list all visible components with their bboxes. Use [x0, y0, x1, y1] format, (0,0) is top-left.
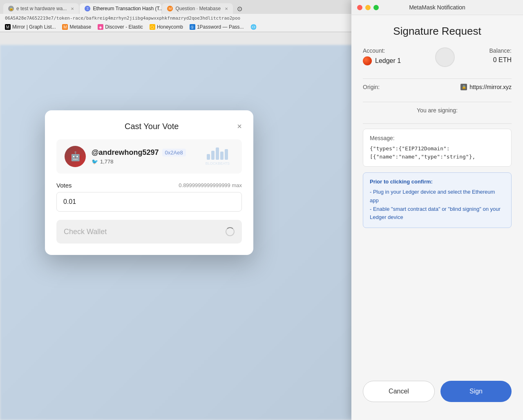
tab-2-label: Ethereum Transaction Hash (T...	[93, 6, 161, 11]
close-window-button[interactable]	[357, 5, 362, 10]
action-buttons: Cancel Sign	[363, 381, 512, 410]
origin-label: Origin:	[363, 84, 380, 90]
github-icon: ⊙	[237, 5, 242, 13]
tab-1-label: e test w hardware wa...	[16, 6, 67, 11]
divider-2	[363, 102, 512, 102]
message-label: Message:	[370, 135, 505, 141]
origin-security-icon: 🔒	[460, 84, 467, 90]
ledger-icon	[363, 56, 372, 65]
maximize-window-button[interactable]	[373, 5, 379, 10]
bookmark-1password[interactable]: ① 1Password — Pass...	[190, 24, 244, 30]
notice-title: Prior to clicking confirm:	[370, 179, 505, 185]
divider-3	[363, 123, 512, 124]
tab-2[interactable]: Ξ Ethereum Transaction Hash (T... ✕	[80, 3, 161, 14]
sign-button[interactable]: Sign	[440, 381, 512, 402]
balance-label: Balance:	[489, 47, 512, 54]
address-bar-text: 06A5A28e7A652219e7/token-race/bafkreig4m…	[5, 16, 240, 21]
notice-item-2: - Enable "smart contract data" or "blind…	[370, 205, 505, 222]
candidate-name-row: @andrewhong5297 0x2Ae8	[92, 148, 234, 157]
loading-spinner	[226, 227, 235, 236]
tab-3-label: Question · Metabase	[175, 6, 221, 11]
notice-box: Prior to clicking confirm: - Plug in you…	[363, 172, 512, 228]
message-box: Message: {"types":{"EIP712Domain": [{"na…	[363, 129, 512, 167]
twitter-icon: 🐦	[92, 159, 98, 165]
origin-row: Origin: 🔒 https://mirror.xyz	[363, 84, 512, 90]
cancel-button[interactable]: Cancel	[363, 381, 435, 402]
account-balance-row: Account: Ledger 1 Balance: 0 ETH	[363, 47, 512, 67]
candidate-card: 🤖 @andrewhong5297 0x2Ae8 🐦 1,778 BLOCKBE…	[56, 139, 242, 174]
signature-request-title: Signature Request	[363, 25, 512, 38]
metamask-window-title: MetaMask Notification	[409, 4, 465, 11]
bookmark-metabase[interactable]: M Metabase	[62, 24, 91, 30]
origin-url: https://mirror.xyz	[469, 84, 512, 90]
metamask-content: Signature Request Account: Ledger 1 Bala…	[351, 15, 523, 420]
candidate-followers: 🐦 1,778	[92, 159, 234, 165]
account-name-row: Ledger 1	[363, 56, 401, 65]
votes-max: 0.8999999999999999 max	[179, 182, 242, 188]
candidate-info: @andrewhong5297 0x2Ae8 🐦 1,778	[92, 148, 234, 165]
tab-3[interactable]: M Question · Metabase ✕	[162, 3, 233, 14]
candidate-name: @andrewhong5297	[92, 148, 159, 157]
check-wallet-label: Check Wallet	[64, 228, 107, 236]
honeycomb-icon: ⬡	[150, 24, 155, 30]
vote-modal-title: Cast Your Vote	[66, 122, 237, 131]
votes-label: Votes	[56, 182, 72, 189]
account-label: Account:	[363, 47, 401, 54]
vote-modal-header: Cast Your Vote ×	[56, 122, 242, 131]
1password-icon: ①	[190, 24, 195, 30]
check-wallet-button[interactable]: Check Wallet	[56, 220, 242, 244]
tab-1-icon: 🔒	[8, 6, 14, 11]
tab-2-icon: Ξ	[85, 6, 90, 11]
bookmark-globe[interactable]: 🌐	[250, 24, 257, 30]
candidate-address: 0x2Ae8	[162, 149, 186, 156]
bookmark-honeycomb[interactable]: ⬡ Honeycomb	[150, 24, 183, 30]
mirror-icon: M	[5, 24, 11, 30]
bookmark-honeycomb-label: Honeycomb	[157, 24, 183, 30]
minimize-window-button[interactable]	[365, 5, 371, 10]
window-controls	[357, 5, 379, 10]
tab-3-icon: M	[167, 6, 173, 11]
elastic-icon: ◈	[98, 24, 103, 30]
avatar-emoji: 🤖	[70, 151, 81, 162]
vote-modal: Cast Your Vote × 🤖 @andrewhong5297 0x2Ae…	[45, 110, 253, 255]
tab-1[interactable]: 🔒 e test w hardware wa... ✕	[3, 3, 79, 14]
bookmark-elastic-label: Discover - Elastic	[105, 24, 143, 30]
tab-1-close[interactable]: ✕	[71, 7, 74, 11]
vote-modal-close-button[interactable]: ×	[237, 122, 242, 131]
account-section: Account: Ledger 1	[363, 47, 401, 65]
tab-3-close[interactable]: ✕	[225, 7, 228, 11]
balance-section: Balance: 0 ETH	[489, 47, 512, 64]
followers-count: 1,778	[100, 159, 114, 165]
message-text: {"types":{"EIP712Domain": [{"name":"name…	[370, 145, 505, 161]
votes-label-row: Votes 0.8999999999999999 max	[56, 182, 242, 189]
bookmark-1password-label: 1Password — Pass...	[197, 24, 244, 30]
metabase-icon: M	[62, 24, 68, 30]
account-name: Ledger 1	[375, 57, 401, 65]
bookmark-mirror-label: Mirror | Graph List...	[12, 24, 56, 30]
divider-1	[363, 78, 512, 79]
votes-input[interactable]	[56, 192, 242, 212]
origin-value-row: 🔒 https://mirror.xyz	[460, 84, 512, 90]
bookmark-elastic[interactable]: ◈ Discover - Elastic	[98, 24, 143, 30]
balance-value: 0 ETH	[493, 56, 512, 64]
notice-item-1: - Plug in your Ledger device and select …	[370, 188, 505, 205]
account-avatar-circle	[435, 47, 455, 67]
bookmark-mirror[interactable]: M Mirror | Graph List...	[5, 24, 56, 30]
globe-icon: 🌐	[250, 24, 257, 30]
lock-icon: 🔒	[462, 85, 466, 89]
you-are-signing-label: You are signing:	[363, 107, 512, 114]
metamask-titlebar: MetaMask Notification	[351, 0, 523, 15]
bookmark-metabase-label: Metabase	[69, 24, 91, 30]
candidate-avatar: 🤖	[65, 146, 86, 167]
metamask-window: MetaMask Notification Signature Request …	[351, 0, 523, 420]
